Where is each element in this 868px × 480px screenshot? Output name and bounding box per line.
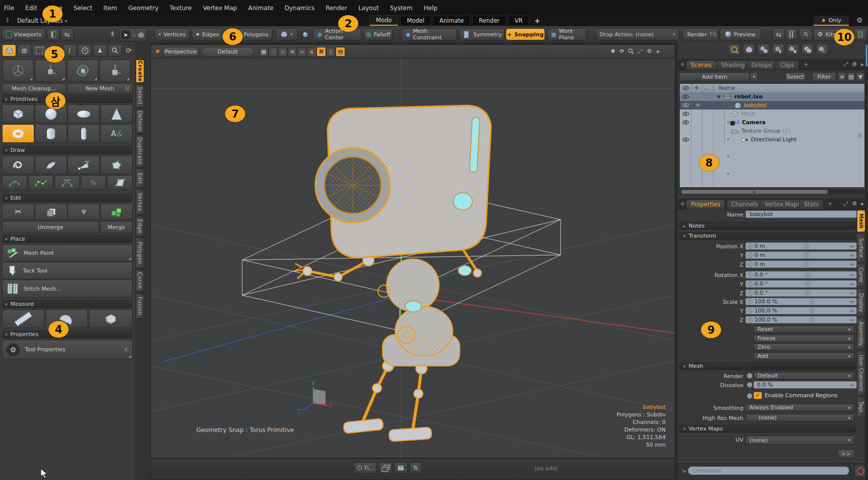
expander-icon[interactable]: ▼ [717,94,721,99]
copy-tool-button[interactable] [35,203,67,220]
shading-style-dropdown[interactable]: Default [201,47,254,57]
torus-primitive-button[interactable] [2,124,34,143]
render-dropdown[interactable]: Default▾ [753,372,854,380]
uv-layout-icon-button[interactable]: ⊞ [17,44,31,57]
list-item-directional-light[interactable]: Directional Light [680,135,864,144]
spiral-tool-button[interactable] [2,155,34,174]
list-item-texture-group[interactable]: Texture Group (2) [680,127,864,135]
cylinder-primitive-button[interactable] [35,124,67,143]
enable-command-regions-checkbox[interactable]: ✓ [753,392,762,399]
command-input[interactable] [688,466,849,475]
patch-tool-button[interactable] [35,155,67,174]
tab-user-channels[interactable]: User Channels [857,351,865,395]
viewports-button[interactable]: Viewports [2,28,45,40]
pivot-sphere-button[interactable] [299,28,312,40]
tab-display[interactable]: Display [857,288,865,316]
scale-tool-button[interactable] [99,60,131,82]
tab-clips[interactable]: Clips [775,60,799,70]
split-view-button[interactable] [47,28,60,40]
scale-y-field[interactable]: 100.0 %◀▶ [745,307,857,314]
item-mode-button[interactable] [106,28,119,40]
viewport-grid-toggle-icon[interactable]: ▦ [259,47,268,57]
reset-dropdown[interactable]: Reset▾ [753,326,854,333]
notes-section-header[interactable]: ▸Notes [679,222,856,230]
name-field[interactable]: babybot [745,210,857,218]
only-favorites-button[interactable]: ★Only [813,16,849,26]
tab-create[interactable]: Create [136,60,144,83]
menu-geometry[interactable]: Geometry [128,5,158,12]
menu-file[interactable]: File [4,5,14,12]
menu-select[interactable]: Select [74,5,92,12]
smoothing-dropdown[interactable]: Always Enabled▾ [745,404,854,411]
columns-button[interactable] [785,28,797,40]
tack-tool-button[interactable]: Tack Tool [2,262,133,279]
list-hscrollbar[interactable] [679,189,865,194]
anim-layout-icon-button[interactable] [78,44,92,57]
viewport-menu-icon[interactable]: ▸ [654,47,663,56]
axis-column-icon[interactable] [703,85,710,91]
mesh-constraint-button[interactable]: ◆Mesh Constraint [402,28,457,40]
swap-layout-button[interactable]: ⇆ [61,28,74,40]
viewport-spheres-toggle-icon[interactable]: ∷ [268,47,278,57]
tab-model[interactable]: Model [400,16,431,26]
tab-groups[interactable]: Groups [746,60,777,70]
ghost-cube-icon[interactable] [137,31,145,39]
scale-z-field[interactable]: 100.0 %◀▶ [745,316,857,324]
vertices-mode-button[interactable]: Vertices [154,28,190,40]
scrollbar-thumb[interactable] [865,44,867,67]
viewport-overlay-toggle-icon[interactable]: ▱ [297,47,307,57]
tab-select[interactable]: Select [136,84,144,108]
merge-button[interactable]: Merge [100,221,133,233]
viewport-gear-icon[interactable]: ⚙ [645,47,654,56]
channel-dot[interactable] [747,243,753,249]
panel-handle-icon[interactable] [681,202,684,205]
list-item-mesh[interactable]: Mesh [680,110,864,118]
capsule-primitive-button[interactable] [68,124,100,143]
add-layout-tab-button[interactable]: + [531,17,544,25]
menu-help[interactable]: Help [423,5,437,12]
vertex-maps-section-header[interactable]: ▾Vertex Maps [679,425,856,433]
tool-properties-button[interactable]: ⚙ Tool PropertiesK [2,340,133,359]
list-item-camera[interactable]: Camera [680,118,864,127]
polygon-tool-button[interactable] [68,155,100,174]
uv-dropdown[interactable]: (none)▾ [745,436,854,445]
pan-icon[interactable]: ✥ [609,47,617,56]
menu-edit[interactable]: Edit [25,5,37,12]
eye-icon[interactable] [682,137,689,142]
range-button[interactable] [394,462,407,473]
item-select-dropdown[interactable]: ▾ [276,28,298,40]
view-type-dropdown[interactable]: Perspective [162,47,199,57]
sort-button[interactable]: ⇅ [409,462,421,473]
sheet-tool-button[interactable] [107,175,133,190]
list-item-babybot[interactable]: ✛ babybot [680,101,864,110]
bezier-tool-button[interactable] [28,175,53,190]
tab-modo[interactable]: Modo [369,15,398,26]
properties-menu-icon[interactable]: ▸ [861,200,864,207]
find-item-button[interactable] [728,44,740,55]
tab-mesh[interactable]: Mesh [857,210,865,232]
rotate-tool-button[interactable] [67,60,98,82]
tab-fusion[interactable]: Fusion [136,293,144,318]
model-layout-icon-button[interactable] [2,44,16,57]
dissolve-field[interactable]: 0.0 %◀▶ [753,381,857,389]
measure-section-header[interactable]: ▾Measure [2,300,132,308]
position-y-field[interactable]: 0 m◀▶ [745,251,857,259]
mesh-section-header[interactable]: ▾Mesh [679,362,856,370]
unmerge-button[interactable]: Unmerge [2,221,99,233]
edges-mode-button[interactable]: Edges [192,28,223,40]
pin-layout-icon[interactable]: ⇪ [5,17,10,24]
expand-panel-icon[interactable]: ⤢ [843,200,848,207]
tab-edit[interactable]: Edit [136,169,144,188]
symmetry-button[interactable]: ▐▌Symmetry [459,28,505,40]
menu-layout[interactable]: Layout [358,5,379,12]
tab-duplicate[interactable]: Duplicate [136,135,144,167]
comb-tool-button[interactable]: ♆ [68,203,100,220]
tab-edge[interactable]: Edge [136,216,144,236]
select-cursor-icon[interactable]: ➤ [121,30,130,39]
list-item-robot[interactable]: ▼ robot.lxo [680,92,864,101]
viewport-solo-toggle-icon[interactable]: ⋏ [307,47,316,57]
instance-item-button[interactable] [787,44,799,55]
visibility-column-icon[interactable] [682,86,689,90]
merge-cubes-tool-button[interactable] [100,203,133,220]
stitch-mesh-button[interactable]: Stitch Mesh... [2,280,133,298]
